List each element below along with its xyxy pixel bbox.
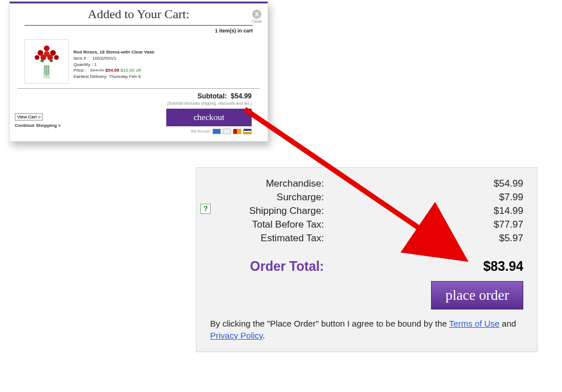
agree-period: . [262, 331, 265, 340]
total-before-tax-value: $77.97 [494, 219, 523, 230]
discover-icon [223, 129, 231, 134]
close-icon: X [252, 10, 261, 19]
product-item-number: Item # : 100325SV1 [73, 56, 154, 62]
view-cart-button[interactable]: View Cart > [15, 113, 43, 121]
items-in-cart-count: 1 item(s) in cart [18, 28, 253, 34]
visa-icon [243, 129, 252, 134]
summary-line-surcharge: Surcharge: $7.99 [210, 192, 523, 203]
agree-and: and [499, 319, 516, 328]
delivery-value: Thursday Feb 8 [109, 74, 141, 79]
svg-point-13 [54, 55, 59, 60]
surcharge-value: $7.99 [499, 192, 523, 203]
summary-line-merchandise: Merchandise: $54.99 [210, 178, 523, 189]
merchandise-label: Merchandise: [210, 178, 324, 189]
svg-point-12 [35, 55, 39, 60]
price-current: $54.99 [105, 68, 119, 73]
estimated-tax-value: $5.97 [499, 233, 523, 244]
continue-shopping-link[interactable]: Continue Shopping > [15, 123, 61, 128]
quantity-value: 1 [94, 62, 96, 67]
estimated-tax-label: Estimated Tax: [210, 233, 324, 244]
shipping-value: $14.99 [494, 205, 523, 217]
agree-prefix: By clicking the "Place Order" button I a… [210, 319, 449, 328]
modal-accent-bar [10, 2, 268, 3]
close-label: Close [252, 19, 262, 23]
privacy-policy-link[interactable]: Privacy Policy [210, 331, 262, 340]
product-price: Price : $64.99 $54.99 $10.00 off [73, 68, 154, 74]
svg-point-7 [44, 46, 50, 51]
product-delivery: Earliest Delivery: Thursday Feb 8 [73, 74, 154, 80]
summary-line-estimated-tax: Estimated Tax: $5.97 [210, 233, 523, 244]
total-before-tax-label: Total Before Tax: [210, 219, 324, 230]
delivery-label: Earliest Delivery: [73, 74, 108, 79]
svg-point-11 [44, 51, 50, 57]
merchandise-value: $54.99 [494, 178, 523, 189]
terms-of-use-link[interactable]: Terms of Use [449, 319, 499, 328]
shipping-label: Shipping Charge: [210, 205, 324, 217]
roses-icon [28, 43, 65, 80]
product-name: Red Roses, 18 Stems-with Clear Vase [73, 49, 154, 56]
order-total-row: Order Total: $83.94 [210, 259, 523, 274]
order-total-value: $83.94 [483, 259, 523, 274]
agreement-text: By clicking the "Place Order" button I a… [210, 317, 523, 341]
item-number-value: 100325SV1 [92, 56, 116, 61]
price-savings: $10.00 off [121, 68, 141, 73]
surcharge-label: Surcharge: [210, 192, 324, 203]
subtotal-note: (Subtotal excludes shipping, discounts a… [18, 100, 260, 109]
summary-line-total-before-tax: Total Before Tax: $77.97 [210, 219, 523, 230]
product-quantity: Quantity : 1 [73, 62, 154, 68]
we-accept-label: We Accept: [191, 129, 211, 133]
cart-item-row: Red Roses, 18 Stems-with Clear Vase Item… [18, 36, 260, 89]
summary-line-shipping: Shipping Charge: $14.99 [210, 205, 523, 217]
subtotal-row: Subtotal: $54.99 [18, 89, 260, 100]
order-total-label: Order Total: [210, 259, 324, 274]
quantity-label: Quantity : [73, 62, 93, 67]
place-order-button[interactable]: place order [431, 281, 523, 310]
product-details: Red Roses, 18 Stems-with Clear Vase Item… [73, 39, 154, 80]
order-summary-panel: Merchandise: $54.99 Surcharge: $7.99 Shi… [196, 167, 538, 352]
mastercard-icon [233, 129, 241, 134]
checkout-button[interactable]: checkout [166, 109, 252, 126]
product-image [24, 39, 69, 84]
amex-icon [212, 129, 221, 134]
price-original: $64.99 [90, 68, 104, 73]
cart-left-actions: View Cart > Continue Shopping > [15, 110, 61, 128]
close-button[interactable]: X Close [252, 9, 262, 23]
subtotal-value: $54.99 [231, 92, 252, 100]
subtotal-label: Subtotal: [198, 92, 227, 100]
credit-card-icons [212, 129, 252, 134]
price-label: Price : [73, 68, 87, 73]
cart-title: Added to Your Cart: [24, 7, 253, 26]
shipping-help-icon[interactable]: ? [200, 204, 211, 214]
item-number-label: Item # : [73, 56, 89, 61]
